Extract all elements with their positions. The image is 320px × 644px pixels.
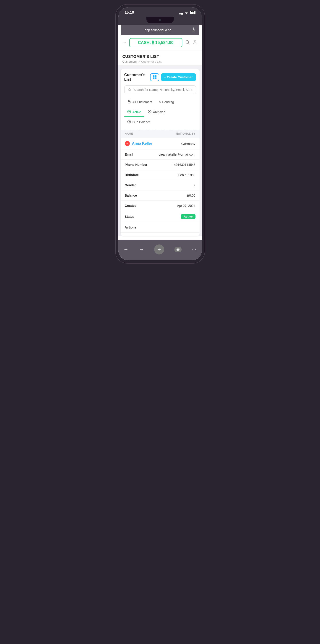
detail-gender: Gender F <box>121 180 200 190</box>
camera-dot <box>159 19 161 21</box>
filter-tab-all-label: All Customers <box>132 100 152 104</box>
cash-label: CASH: ₿ 15,584.00 <box>138 40 173 45</box>
filter-tab-pending-label: Pending <box>162 100 174 104</box>
phone-value: +491632114543 <box>172 163 196 166</box>
page-header: CUSTOMER'S LIST Customers > Customer's L… <box>118 51 202 66</box>
birthdate-value: Feb 5, 1989 <box>178 173 196 177</box>
main-content: → CASH: ₿ 15,584.00 <box>118 35 202 236</box>
toolbar: → CASH: ₿ 15,584.00 <box>118 35 202 51</box>
cash-display: CASH: ₿ 15,584.00 <box>129 38 182 48</box>
card-title: Customer's List <box>124 73 150 82</box>
svg-line-2 <box>188 43 190 44</box>
signal-icon: ▂▄ <box>179 11 183 14</box>
svg-line-5 <box>130 90 131 91</box>
balance-label: Balance <box>125 194 137 197</box>
detail-actions[interactable]: Actions <box>121 222 200 232</box>
balance-value: ฿0.00 <box>187 194 195 197</box>
detail-status: Status Active <box>121 211 200 222</box>
detail-balance: Balance ฿0.00 <box>121 190 200 201</box>
filter-tab-archived[interactable]: Archived <box>145 108 168 117</box>
back-arrow-button[interactable]: → <box>122 40 127 45</box>
email-label: Email <box>125 153 133 156</box>
phone-label: Phone Number <box>125 163 147 166</box>
nav-menu-button[interactable]: ··· <box>188 246 200 253</box>
notch-area <box>118 17 202 25</box>
breadcrumb-current: Customer's List <box>141 60 162 63</box>
search-bar-icon <box>128 88 131 92</box>
created-value: Apr 27, 2024 <box>177 204 195 208</box>
url-bar[interactable]: app.scubacloud.co <box>121 25 199 35</box>
svg-point-3 <box>194 40 196 42</box>
svg-point-1 <box>186 40 189 43</box>
actions-label: Actions <box>125 226 136 229</box>
svg-rect-6 <box>128 101 130 103</box>
status-icons: ▂▄ 76 <box>179 11 196 14</box>
nav-back-button[interactable]: ← <box>120 245 132 254</box>
card-header: Customer's List + Create Customer <box>124 73 196 82</box>
status-badge: Active <box>181 214 195 219</box>
nav-forward-button[interactable]: → <box>135 245 147 254</box>
detail-created: Created Apr 27, 2024 <box>121 201 200 211</box>
filter-tab-due[interactable]: Due Balance <box>124 118 153 127</box>
bottom-nav: ← → + 45 ··· <box>118 240 202 260</box>
checkmark-circle-icon <box>127 110 131 114</box>
email-value: dieannakeller@gmail.com <box>158 153 195 156</box>
status-bar: 15:10 ▂▄ 76 <box>118 7 202 17</box>
customers-card: Customer's List + Create Customer <box>121 69 200 236</box>
card-actions: + Create Customer <box>150 73 196 81</box>
battery-indicator: 76 <box>190 11 195 14</box>
detail-birthdate: Birthdate Feb 5, 1989 <box>121 170 200 180</box>
plus-circle[interactable]: + <box>154 244 164 254</box>
filter-tab-due-label: Due Balance <box>132 120 151 124</box>
nav-plus-button[interactable]: + <box>150 243 168 256</box>
customer-name-wrap: – Anna Keller <box>125 141 152 146</box>
dollar-circle-icon <box>127 120 131 124</box>
grid-view-button[interactable] <box>150 73 159 81</box>
notch <box>146 17 174 23</box>
pending-icon: ○ <box>159 100 161 104</box>
filter-tab-active[interactable]: Active <box>124 108 144 117</box>
page-title: CUSTOMER'S LIST <box>122 54 198 59</box>
col-nationality: NATIONALITY <box>176 132 195 135</box>
status-label: Status <box>125 215 134 218</box>
active-icon <box>127 110 131 114</box>
customer-row[interactable]: – Anna Keller Germany <box>121 138 200 150</box>
url-text: app.scubacloud.co <box>125 28 191 32</box>
gender-value: F <box>193 184 196 187</box>
birthdate-label: Birthdate <box>125 173 139 177</box>
detail-phone: Phone Number +491632114543 <box>121 160 200 170</box>
all-customers-icon <box>127 100 131 104</box>
bucket-icon <box>127 100 131 104</box>
nav-tabs-button[interactable]: 45 <box>171 246 185 254</box>
filter-tabs: All Customers ○ Pending <box>124 98 196 130</box>
table-header: NAME NATIONALITY <box>121 130 200 138</box>
filter-tab-active-label: Active <box>132 110 141 114</box>
filter-tab-pending[interactable]: ○ Pending <box>156 98 177 107</box>
search-icon[interactable] <box>185 40 190 46</box>
gender-label: Gender <box>125 184 136 187</box>
due-balance-icon <box>127 120 131 124</box>
filter-tab-archived-label: Archived <box>153 110 165 114</box>
grid-icon <box>153 76 156 79</box>
search-bar <box>124 86 196 94</box>
user-icon[interactable] <box>193 40 198 46</box>
status-dot: – <box>125 141 130 146</box>
breadcrumb-customers[interactable]: Customers <box>122 60 137 63</box>
customer-nationality: Germany <box>181 142 196 146</box>
breadcrumb: Customers > Customer's List <box>122 60 198 63</box>
archived-icon <box>147 110 152 114</box>
breadcrumb-separator: > <box>138 60 140 63</box>
customer-name[interactable]: Anna Keller <box>132 142 152 146</box>
customer-details: Email dieannakeller@gmail.com Phone Numb… <box>121 150 200 232</box>
tabs-badge: 45 <box>175 247 181 252</box>
x-circle-icon <box>147 110 152 114</box>
filter-tab-all[interactable]: All Customers <box>124 98 155 107</box>
col-name: NAME <box>125 132 133 135</box>
search-input[interactable] <box>134 88 193 92</box>
created-label: Created <box>125 204 137 208</box>
svg-point-4 <box>128 88 130 91</box>
share-icon[interactable] <box>191 27 196 32</box>
detail-email: Email dieannakeller@gmail.com <box>121 150 200 160</box>
status-time: 15:10 <box>125 10 134 14</box>
create-customer-button[interactable]: + Create Customer <box>161 73 196 81</box>
